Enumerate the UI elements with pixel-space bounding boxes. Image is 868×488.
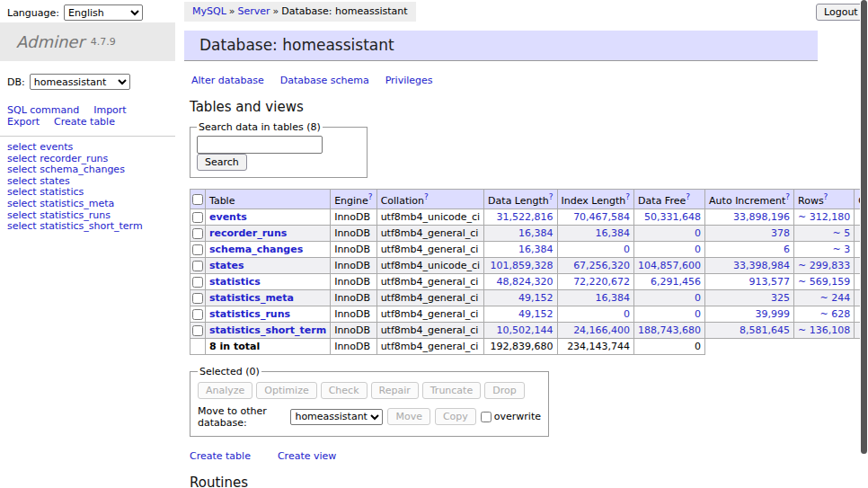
selected-action-button[interactable]: Repair — [371, 382, 419, 399]
breadcrumb-separator: » — [273, 5, 279, 17]
create-link[interactable]: Create view — [278, 450, 336, 462]
auto-increment-value: 33,898,196 — [705, 209, 794, 225]
data-free-value: 0 — [634, 306, 705, 322]
database-action-link[interactable]: Database schema — [280, 75, 369, 86]
database-action-link[interactable]: Alter database — [191, 75, 264, 86]
selected-action-button[interactable]: Drop — [484, 382, 524, 399]
column-help-link[interactable]: ? — [368, 192, 373, 201]
selected-action-button[interactable]: Check — [321, 382, 368, 399]
search-fieldset: Search data in tables (8) Search — [190, 121, 368, 178]
sidebar-select-table-link[interactable]: select statistics_short_term — [7, 221, 175, 233]
sidebar-action-links: SQL commandImport ExportCreate table — [7, 104, 175, 128]
db-select[interactable]: homeassistant — [30, 74, 130, 90]
row-select-checkbox[interactable] — [192, 228, 203, 239]
sidebar-link[interactable]: Create table — [54, 116, 115, 128]
row-select-cell — [190, 225, 206, 241]
adminer-version[interactable]: 4.7.9 — [91, 36, 116, 48]
adminer-logo-text[interactable]: Adminer — [16, 32, 84, 51]
sidebar-link[interactable]: Export — [7, 116, 40, 128]
column-help-link[interactable]: ? — [625, 192, 630, 201]
table-name-link[interactable]: statistics_meta — [209, 292, 294, 304]
select-all-checkbox[interactable] — [192, 194, 203, 205]
table-row: statistics_meta InnoDB utf8mb4_general_c… — [190, 289, 868, 306]
select-all-cell — [190, 190, 206, 209]
column-help-link[interactable]: ? — [785, 192, 790, 201]
row-select-checkbox[interactable] — [192, 277, 203, 288]
table-name-link[interactable]: statistics — [209, 276, 261, 288]
sidebar-select-table-link[interactable]: select schema_changes — [7, 164, 175, 176]
collation-value: utf8mb4_general_ci — [376, 289, 483, 306]
sidebar-select-table-link[interactable]: select statistics_meta — [7, 199, 175, 210]
index-length-value: 24,166,400 — [557, 322, 634, 338]
column-help-link[interactable]: ? — [549, 192, 554, 201]
db-label: DB: — [7, 76, 25, 88]
selected-action-button[interactable]: Optimize — [256, 382, 316, 399]
data-length-value: 16,384 — [484, 241, 557, 257]
overwrite-checkbox[interactable] — [481, 412, 492, 422]
logout-button[interactable]: Logout — [816, 4, 866, 21]
move-database-select[interactable]: homeassistant — [290, 409, 383, 425]
scrollbar-track[interactable] — [860, 0, 868, 488]
row-select-checkbox[interactable] — [192, 309, 203, 320]
sidebar-select-table-link[interactable]: select events — [7, 142, 175, 154]
column-header: Data Free? — [634, 190, 705, 209]
total-data-length: 192,839,680 — [484, 338, 557, 354]
row-select-cell — [190, 273, 206, 289]
engine-value: InnoDB — [331, 257, 376, 273]
table-row: events InnoDB utf8mb4_unicode_ci 31,522,… — [190, 209, 868, 225]
row-select-checkbox[interactable] — [192, 244, 203, 255]
breadcrumb-server-link[interactable]: Server — [238, 5, 270, 17]
row-select-checkbox[interactable] — [192, 325, 203, 336]
data-free-value: 6,291,456 — [634, 273, 705, 289]
row-select-checkbox[interactable] — [192, 261, 203, 271]
column-header: Index Length? — [557, 190, 634, 209]
rows-count-value: ~ 299,833 — [794, 257, 855, 273]
overwrite-label: overwrite — [494, 411, 541, 422]
move-to-database-label: Move to other database: — [198, 405, 286, 429]
copy-button[interactable]: Copy — [435, 408, 476, 425]
auto-increment-value: 33,398,984 — [705, 257, 794, 273]
column-help-link[interactable]: ? — [686, 192, 690, 201]
selected-action-button[interactable]: Analyze — [198, 382, 252, 399]
selected-action-button[interactable]: Truncate — [422, 382, 481, 399]
column-help-link[interactable]: ? — [824, 192, 828, 201]
create-link[interactable]: Create table — [190, 450, 251, 462]
language-select[interactable]: English — [64, 4, 143, 21]
adminer-logo: Adminer 4.7.9 — [0, 22, 175, 61]
table-row: statistics InnoDB utf8mb4_general_ci 48,… — [190, 273, 868, 289]
rows-count-value: ~ 3 — [794, 241, 855, 257]
column-header: Table — [206, 190, 331, 209]
column-header: Auto Increment? — [705, 190, 794, 209]
sidebar-table-links: select eventsselect recorder_runsselect … — [7, 142, 175, 233]
page-title: Database: homeassistant — [184, 31, 818, 61]
data-length-value: 10,502,144 — [484, 322, 557, 338]
database-action-link[interactable]: Privileges — [385, 75, 433, 86]
sidebar-link[interactable]: SQL command — [7, 104, 79, 116]
search-button[interactable]: Search — [197, 154, 247, 171]
auto-increment-value: 39,999 — [705, 306, 794, 322]
table-name-link[interactable]: schema_changes — [209, 244, 303, 255]
table-name-link[interactable]: recorder_runs — [209, 227, 287, 239]
table-name-link[interactable]: statistics_runs — [209, 308, 290, 320]
table-name-link[interactable]: states — [209, 260, 244, 271]
move-button[interactable]: Move — [387, 408, 430, 425]
collation-value: utf8mb4_general_ci — [376, 306, 483, 322]
sidebar-divider — [0, 136, 175, 137]
sidebar: Adminer 4.7.9 DB: homeassistant SQL comm… — [0, 22, 175, 233]
table-name-link[interactable]: events — [209, 211, 247, 223]
rows-count-value: ~ 5 — [794, 225, 855, 241]
row-select-checkbox[interactable] — [192, 293, 203, 304]
column-help-link[interactable]: ? — [424, 192, 429, 201]
breadcrumb-mysql-link[interactable]: MySQL — [192, 5, 226, 17]
scrollbar-thumb[interactable] — [861, 0, 867, 454]
table-name-cell: statistics_short_term — [206, 322, 331, 338]
row-select-cell — [190, 241, 206, 257]
search-input[interactable] — [197, 136, 323, 154]
db-selector-row: DB: homeassistant — [7, 74, 175, 90]
selected-buttons-row: AnalyzeOptimizeCheckRepairTruncateDrop — [198, 382, 541, 399]
table-name-link[interactable]: statistics_short_term — [209, 324, 326, 336]
row-select-checkbox[interactable] — [192, 212, 203, 223]
engine-value: InnoDB — [331, 225, 376, 241]
data-length-value: 101,859,328 — [484, 257, 557, 273]
sidebar-link[interactable]: Import — [93, 104, 127, 116]
